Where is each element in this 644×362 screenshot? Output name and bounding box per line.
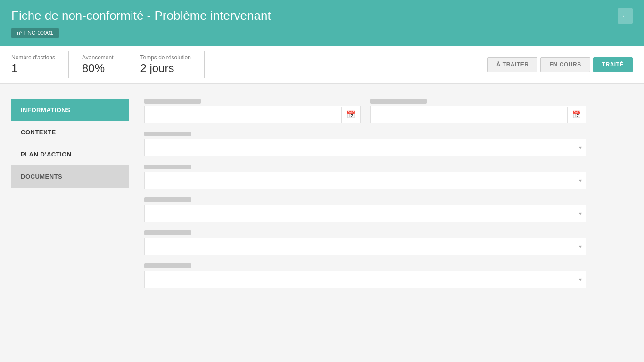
select-3[interactable]	[144, 205, 586, 222]
select-label-bar-3	[144, 197, 191, 202]
select-label-bar-1	[144, 132, 191, 136]
select-5[interactable]	[144, 271, 586, 288]
stat-actions-label: Nombre d'actions	[11, 54, 55, 61]
stat-actions: Nombre d'actions 1	[11, 51, 69, 78]
stat-resolution-value: 2 jours	[140, 62, 191, 75]
select-field-5: ▾	[144, 263, 586, 288]
date-label-2	[370, 99, 427, 104]
stat-resolution: Temps de résolution 2 jours	[140, 51, 205, 78]
date-label-1	[144, 99, 201, 104]
calendar-icon-2[interactable]: 📅	[567, 107, 586, 123]
date-input-wrapper-2: 📅	[370, 106, 586, 123]
select-label-bar-5	[144, 263, 191, 268]
back-icon: ←	[621, 12, 629, 20]
date-input-wrapper-1: 📅	[144, 106, 361, 123]
stat-avancement-label: Avancement	[82, 54, 114, 61]
stat-avancement: Avancement 80%	[82, 51, 127, 78]
select-wrapper-3: ▾	[144, 205, 586, 222]
main-content: INFORMATIONS CONTEXTE PLAN D'ACTION DOCU…	[0, 84, 613, 312]
date-input-2[interactable]	[371, 106, 567, 123]
select-2[interactable]	[144, 172, 586, 189]
select-wrapper-2: ▾	[144, 172, 586, 189]
select-label-bar-2	[144, 165, 191, 169]
stat-actions-value: 1	[11, 62, 55, 75]
select-field-4: ▾	[144, 230, 586, 255]
form-area: 📅 📅 ▾ ▾	[129, 99, 602, 296]
sidebar-item-plan-action[interactable]: PLAN D'ACTION	[11, 143, 129, 165]
stats-bar: Nombre d'actions 1 Avancement 80% Temps …	[0, 46, 644, 84]
select-field-2: ▾	[144, 165, 586, 189]
sidebar-item-documents[interactable]: DOCUMENTS	[11, 165, 129, 188]
status-btn-a-traiter[interactable]: À TRAITER	[487, 57, 538, 72]
sidebar: INFORMATIONS CONTEXTE PLAN D'ACTION DOCU…	[11, 99, 129, 296]
status-buttons: À TRAITER EN COURS TRAITÉ	[487, 57, 633, 72]
stat-avancement-value: 80%	[82, 62, 114, 75]
status-btn-traite[interactable]: TRAITÉ	[593, 57, 633, 72]
date-input-1[interactable]	[145, 106, 341, 123]
date-row: 📅 📅	[144, 99, 586, 123]
select-field-1: ▾	[144, 132, 586, 156]
date-field-2: 📅	[370, 99, 586, 123]
status-btn-en-cours[interactable]: EN COURS	[540, 57, 590, 72]
sidebar-item-informations[interactable]: INFORMATIONS	[11, 99, 129, 121]
select-wrapper-4: ▾	[144, 238, 586, 255]
select-4[interactable]	[144, 238, 586, 255]
select-label-bar-4	[144, 230, 191, 235]
page-title: Fiche de non-conformité - Problème inter…	[11, 8, 633, 23]
select-1[interactable]	[144, 139, 586, 156]
stat-resolution-label: Temps de résolution	[140, 54, 191, 61]
record-badge: n° FNC-00001	[11, 28, 59, 38]
sidebar-item-contexte[interactable]: CONTEXTE	[11, 121, 129, 143]
header: Fiche de non-conformité - Problème inter…	[0, 0, 644, 46]
select-field-3: ▾	[144, 197, 586, 222]
select-wrapper-5: ▾	[144, 271, 586, 288]
calendar-icon-1[interactable]: 📅	[341, 107, 360, 123]
select-wrapper-1: ▾	[144, 139, 586, 156]
back-button[interactable]: ←	[618, 8, 633, 24]
date-field-1: 📅	[144, 99, 361, 123]
